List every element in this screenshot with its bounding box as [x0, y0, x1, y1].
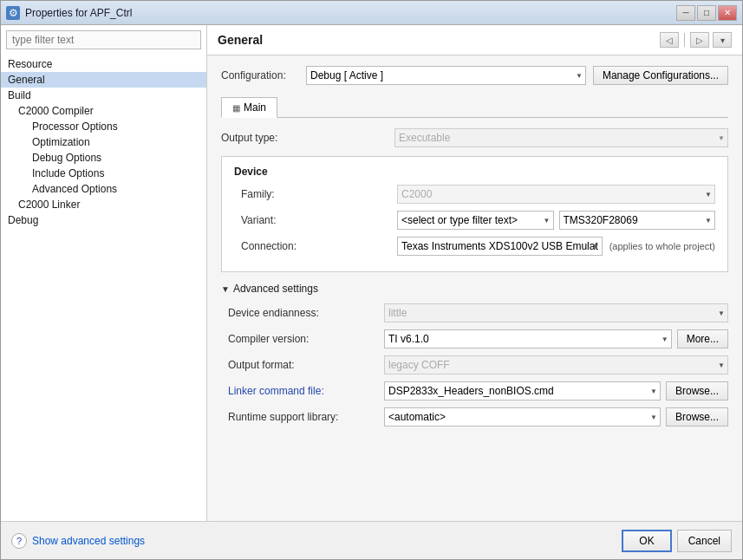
family-select-wrapper: C2000 ▼ [397, 185, 715, 204]
ok-button[interactable]: OK [622, 530, 671, 552]
main-content: Resource General Build C2000 Compiler Pr… [1, 25, 742, 521]
right-panel: General ◁ ▷ ▾ Configuration: [207, 25, 742, 521]
runtime-library-browse-button[interactable]: Browse... [666, 407, 728, 427]
tab-main-label: Main [244, 101, 266, 114]
sidebar-item-debug[interactable]: Debug [1, 212, 206, 228]
linker-cmd-browse-button[interactable]: Browse... [666, 381, 728, 400]
sidebar-item-c2000-linker[interactable]: C2000 Linker [1, 197, 206, 212]
configuration-select[interactable]: Debug [ Active ] Release [306, 66, 586, 85]
nav-separator [684, 33, 685, 47]
endianness-label: Device endianness: [228, 307, 384, 319]
variant-filter-select[interactable]: <select or type filter text> [397, 211, 554, 230]
collapse-arrow-icon: ▼ [221, 284, 230, 294]
tab-main[interactable]: ▦ Main [221, 97, 277, 118]
variant-label: Variant: [241, 214, 397, 226]
endianness-row: Device endianness: little ▼ [221, 303, 728, 322]
endianness-select-wrapper: little ▼ [384, 303, 728, 322]
family-row: Family: C2000 ▼ [234, 185, 715, 204]
output-format-row: Output format: legacy COFF ▼ [221, 355, 728, 374]
sidebar-item-general[interactable]: General [1, 72, 206, 88]
bottom-left: ? Show advanced settings [11, 533, 145, 549]
linker-cmd-select-wrapper: DSP2833x_Headers_nonBIOS.cmd ▼ [384, 381, 661, 400]
device-section: Device Family: C2000 ▼ [221, 156, 728, 272]
runtime-library-select-wrapper: <automatic> ▼ [384, 407, 661, 427]
sidebar-item-c2000-compiler[interactable]: C2000 Compiler [1, 103, 206, 119]
variant-value-select[interactable]: TMS320F28069 [559, 211, 716, 230]
variant-filter-wrapper: <select or type filter text> ▼ [397, 211, 554, 230]
sidebar-item-advanced-options[interactable]: Advanced Options [1, 181, 206, 197]
configuration-row: Configuration: Debug [ Active ] Release … [221, 66, 728, 85]
compiler-version-select[interactable]: TI v6.1.0 [384, 329, 672, 348]
compiler-version-row: Compiler version: TI v6.1.0 ▼ More... [221, 329, 728, 348]
window-icon: ⚙ [6, 6, 20, 20]
sidebar-item-optimization[interactable]: Optimization [1, 134, 206, 150]
panel-header: General ◁ ▷ ▾ [207, 25, 742, 55]
device-section-title: Device [234, 166, 715, 178]
family-select: C2000 [397, 185, 715, 204]
cancel-button[interactable]: Cancel [677, 530, 732, 552]
window-controls: ─ □ ✕ [676, 5, 737, 21]
bottom-right: OK Cancel [622, 530, 732, 552]
window-title: Properties for APF_Ctrl [25, 7, 676, 19]
linker-cmd-row: Linker command file: DSP2833x_Headers_no… [221, 381, 728, 400]
connection-select-wrapper: Texas Instruments XDS100v2 USB Emulator … [397, 237, 603, 256]
compiler-version-more-button[interactable]: More... [677, 329, 728, 348]
output-type-select-wrapper: Executable ▼ [394, 128, 728, 147]
connection-note: (applies to whole project) [609, 241, 715, 251]
family-label: Family: [241, 188, 397, 200]
output-format-select: legacy COFF [384, 355, 728, 374]
nav-back-button[interactable]: ◁ [660, 32, 679, 48]
output-type-row: Output type: Executable ▼ [221, 128, 728, 147]
tree: Resource General Build C2000 Compiler Pr… [1, 55, 206, 521]
sidebar-item-debug-options[interactable]: Debug Options [1, 150, 206, 166]
nav-dropdown-button[interactable]: ▾ [713, 32, 732, 48]
sidebar-item-resource[interactable]: Resource [1, 56, 206, 72]
maximize-button[interactable]: □ [697, 5, 716, 21]
nav-buttons: ◁ ▷ ▾ [660, 32, 732, 48]
runtime-library-label: Runtime support library: [228, 411, 384, 423]
filter-input[interactable] [6, 30, 201, 49]
close-button[interactable]: ✕ [718, 5, 737, 21]
output-format-label: Output format: [228, 359, 384, 371]
runtime-library-select[interactable]: <automatic> [384, 407, 661, 427]
configuration-select-wrapper: Debug [ Active ] Release ▼ [306, 66, 586, 85]
tabs-bar: ▦ Main [221, 97, 728, 118]
properties-window: ⚙ Properties for APF_Ctrl ─ □ ✕ Resource… [0, 0, 743, 560]
advanced-settings-header[interactable]: ▼ Advanced settings [221, 283, 728, 295]
bottom-bar: ? Show advanced settings OK Cancel [1, 521, 742, 559]
connection-select[interactable]: Texas Instruments XDS100v2 USB Emulator [397, 237, 603, 256]
nav-forward-button[interactable]: ▷ [690, 32, 709, 48]
help-icon[interactable]: ? [11, 533, 27, 549]
variant-value-wrapper: TMS320F28069 ▼ [559, 211, 716, 230]
variant-selects: <select or type filter text> ▼ TMS320F28… [397, 211, 715, 230]
connection-row: Connection: Texas Instruments XDS100v2 U… [234, 237, 715, 256]
panel-title: General [218, 33, 263, 47]
linker-cmd-label: Linker command file: [228, 385, 384, 397]
panel-content: Configuration: Debug [ Active ] Release … [207, 55, 742, 521]
minimize-button[interactable]: ─ [676, 5, 695, 21]
manage-configurations-button[interactable]: Manage Configurations... [593, 66, 728, 85]
advanced-settings-title: Advanced settings [233, 283, 318, 295]
title-bar: ⚙ Properties for APF_Ctrl ─ □ ✕ [1, 1, 742, 25]
sidebar-item-include-options[interactable]: Include Options [1, 166, 206, 181]
output-type-select: Executable [394, 128, 728, 147]
configuration-label: Configuration: [221, 69, 299, 81]
output-type-label: Output type: [221, 132, 394, 144]
window-body: Resource General Build C2000 Compiler Pr… [1, 25, 742, 559]
runtime-library-row: Runtime support library: <automatic> ▼ B… [221, 407, 728, 427]
compiler-version-label: Compiler version: [228, 333, 384, 345]
show-advanced-settings-link[interactable]: Show advanced settings [32, 535, 145, 547]
endianness-select: little [384, 303, 728, 322]
sidebar: Resource General Build C2000 Compiler Pr… [1, 25, 207, 521]
sidebar-item-processor-options[interactable]: Processor Options [1, 119, 206, 134]
advanced-settings-section: ▼ Advanced settings Device endianness: l… [221, 283, 728, 427]
linker-cmd-select[interactable]: DSP2833x_Headers_nonBIOS.cmd [384, 381, 661, 400]
sidebar-item-build[interactable]: Build [1, 88, 206, 103]
compiler-version-select-wrapper: TI v6.1.0 ▼ [384, 329, 672, 348]
tab-main-icon: ▦ [232, 103, 240, 113]
variant-row: Variant: <select or type filter text> ▼ [234, 211, 715, 230]
output-format-select-wrapper: legacy COFF ▼ [384, 355, 728, 374]
connection-label: Connection: [241, 240, 397, 252]
